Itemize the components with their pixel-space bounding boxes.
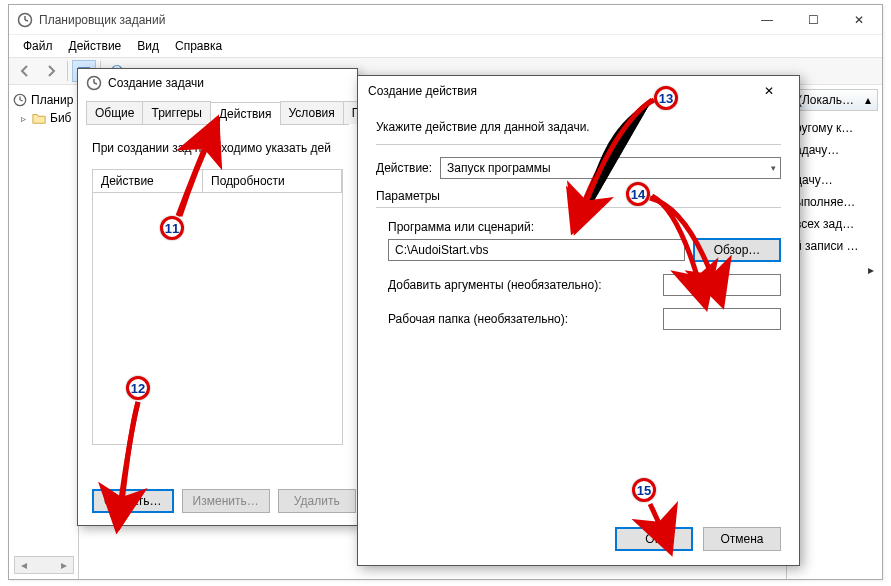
actions-list-header: Действие Подробности	[92, 169, 343, 193]
pane-expand-chevron[interactable]: ▸	[787, 259, 882, 281]
action-combo-value: Запуск программы	[447, 161, 551, 175]
create-task-dialog: Создание задачи Общие Триггеры Действия …	[77, 68, 358, 526]
menu-help[interactable]: Справка	[167, 37, 230, 55]
annotation-11: 11	[160, 216, 184, 240]
program-input[interactable]: C:\AudoiStart.vbs	[388, 239, 685, 261]
dialog-titlebar: Создание действия ✕	[358, 76, 799, 106]
workdir-input[interactable]	[663, 308, 781, 330]
action-item[interactable]: й записи …	[793, 235, 876, 257]
svg-line-2	[25, 20, 28, 21]
action-combo-label: Действие:	[376, 161, 432, 175]
svg-line-12	[94, 83, 97, 84]
tree-root-item[interactable]: Планир	[13, 91, 74, 109]
tree-pane: Планир ▹ Биб	[9, 85, 79, 579]
action-combo[interactable]: Запуск программы ▾	[440, 157, 781, 179]
program-label: Программа или сценарий:	[388, 220, 781, 234]
chevron-down-icon: ▾	[771, 163, 776, 173]
tab-conditions[interactable]: Условия	[280, 101, 344, 124]
menu-action[interactable]: Действие	[61, 37, 130, 55]
folder-icon	[32, 111, 46, 125]
menu-view[interactable]: Вид	[129, 37, 167, 55]
expand-icon[interactable]: ▹	[19, 113, 28, 124]
delete-action-button: Удалить	[278, 489, 356, 513]
min-button[interactable]: —	[744, 5, 790, 35]
tabstrip: Общие Триггеры Действия Условия Пара	[86, 101, 349, 125]
annotation-14: 14	[626, 182, 650, 206]
parameters-group-label: Параметры	[376, 189, 781, 203]
separator	[376, 144, 781, 145]
toolbar-separator	[67, 61, 68, 81]
tree-hscroll[interactable]: ◂▸	[14, 556, 74, 574]
col-details[interactable]: Подробности	[203, 170, 342, 192]
tree-child-label: Биб	[50, 111, 71, 125]
tab-actions[interactable]: Действия	[210, 102, 281, 125]
ok-button[interactable]: OK	[615, 527, 693, 551]
workdir-label: Рабочая папка (необязательно):	[388, 312, 568, 326]
actions-list-body[interactable]	[92, 193, 343, 445]
close-button[interactable]: ✕	[836, 5, 882, 35]
browse-button[interactable]: Обзор…	[693, 238, 781, 262]
tab-general[interactable]: Общие	[86, 101, 143, 124]
svg-line-9	[20, 100, 23, 101]
nav-back-button[interactable]	[13, 60, 37, 82]
nav-forward-button[interactable]	[39, 60, 63, 82]
actions-pane-header: (Локаль… ▴	[791, 89, 878, 111]
arguments-input[interactable]	[663, 274, 781, 296]
cancel-button[interactable]: Отмена	[703, 527, 781, 551]
separator	[376, 207, 781, 208]
arguments-label: Добавить аргументы (необязательно):	[388, 278, 601, 292]
annotation-12: 12	[126, 376, 150, 400]
instruction-text: Укажите действие для данной задачи.	[376, 120, 781, 134]
annotation-13: 13	[654, 86, 678, 110]
clock-icon	[13, 93, 27, 107]
dialog-title: Создание задачи	[108, 76, 204, 90]
titlebar: Планировщик заданий — ☐ ✕	[9, 5, 882, 35]
menubar: Файл Действие Вид Справка	[9, 35, 882, 57]
col-action[interactable]: Действие	[93, 170, 203, 192]
tab-hint-text: При создании зад необходимо указать дей	[92, 141, 343, 155]
new-action-button[interactable]: Создать…	[92, 489, 174, 513]
tree-child-item[interactable]: ▹ Биб	[13, 109, 74, 127]
tab-triggers[interactable]: Триггеры	[142, 101, 211, 124]
edit-action-button: Изменить…	[182, 489, 270, 513]
dialog-title: Создание действия	[368, 84, 477, 98]
action-item[interactable]: ругому к…	[793, 117, 876, 139]
actions-pane: (Локаль… ▴ ругому к… адачу… дачу… ыполня…	[786, 85, 882, 579]
max-button[interactable]: ☐	[790, 5, 836, 35]
tree-root-label: Планир	[31, 93, 73, 107]
dialog-titlebar: Создание задачи	[78, 69, 357, 97]
action-item[interactable]: всех зад…	[793, 213, 876, 235]
clock-icon	[17, 12, 33, 28]
action-item[interactable]: ыполняе…	[793, 191, 876, 213]
clock-icon	[86, 75, 102, 91]
close-button[interactable]: ✕	[749, 84, 789, 98]
action-item[interactable]: адачу…	[793, 139, 876, 161]
create-action-dialog: Создание действия ✕ Укажите действие для…	[357, 75, 800, 566]
menu-file[interactable]: Файл	[15, 37, 61, 55]
annotation-15: 15	[632, 478, 656, 502]
action-item[interactable]: дачу…	[793, 169, 876, 191]
window-title: Планировщик заданий	[39, 13, 744, 27]
